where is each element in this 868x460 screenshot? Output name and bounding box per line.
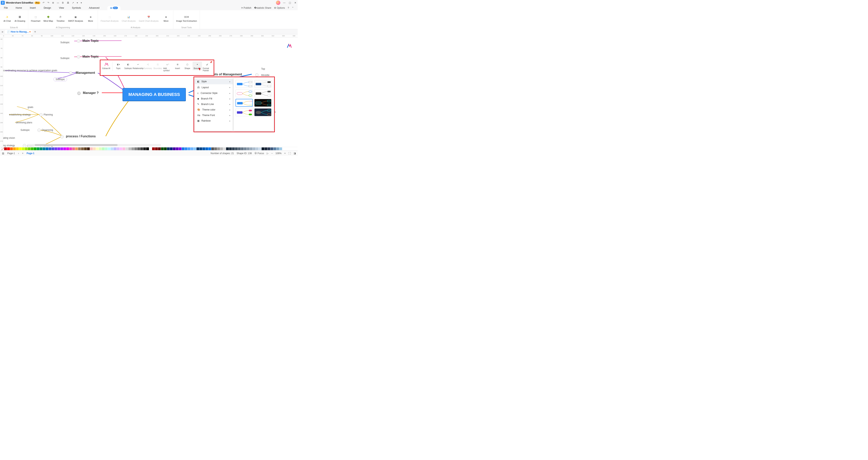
devplans-topic[interactable]: develoing plans [16, 121, 32, 124]
management-child[interactable]: Subtopic [54, 78, 67, 81]
menu-theme-font[interactable]: AaTheme Font▸ [195, 113, 233, 118]
style-thumb-7[interactable] [236, 108, 253, 116]
collapse-icon[interactable]: − [60, 135, 64, 138]
color-swatch[interactable] [214, 147, 217, 150]
style-thumb-5[interactable] [236, 99, 253, 107]
color-swatch[interactable] [78, 147, 81, 150]
menu-home[interactable]: Home [16, 6, 22, 9]
color-swatch[interactable] [123, 147, 125, 150]
planning-topic[interactable]: Planning [43, 113, 53, 116]
color-swatch[interactable] [253, 147, 255, 150]
user-avatar[interactable] [276, 1, 280, 5]
swot-button[interactable]: ▦SWOT Analysis [68, 14, 83, 22]
color-swatch[interactable] [149, 147, 152, 150]
play-button[interactable]: ▷ [267, 152, 269, 155]
color-swatch[interactable] [173, 147, 176, 150]
color-swatch[interactable] [235, 147, 238, 150]
color-swatch[interactable] [45, 147, 48, 150]
management-topic[interactable]: Management [76, 71, 95, 74]
color-swatch[interactable] [7, 147, 10, 150]
color-swatch[interactable] [128, 147, 131, 150]
undo-button[interactable]: ↶ [42, 1, 44, 4]
manager-topic[interactable]: Manager ? [83, 91, 99, 95]
style-thumb-3[interactable] [236, 89, 253, 97]
vision-topic[interactable]: ating vision [3, 136, 15, 139]
color-swatch[interactable] [81, 147, 84, 150]
export-button[interactable]: ↗ [72, 1, 74, 4]
ai-chat-button[interactable]: ✨AI Chat [3, 14, 11, 22]
no-color-swatch[interactable] [1, 147, 4, 150]
main-topic-1[interactable]: Main Topic [83, 39, 99, 42]
shape-button[interactable]: ▢Shape [183, 61, 192, 70]
focus-button[interactable]: ⦿ Focus [254, 152, 264, 155]
color-swatch[interactable] [55, 147, 57, 150]
color-swatch[interactable] [114, 147, 116, 150]
color-swatch[interactable] [229, 147, 232, 150]
color-swatch[interactable] [87, 147, 90, 150]
flowchart-analysis-button[interactable]: ⬚Flowchart Analysis [101, 14, 119, 22]
style-thumb-1[interactable] [236, 80, 253, 88]
options-button[interactable]: ⚙ Options [274, 6, 285, 9]
organizing-topic[interactable]: Organizing [42, 129, 53, 131]
print-button[interactable]: 🖶 [67, 1, 69, 4]
boundary-button[interactable]: ◰Boundary [153, 61, 162, 70]
color-swatch[interactable] [143, 147, 146, 150]
color-swatch[interactable] [158, 147, 161, 150]
prev-page-button[interactable]: ‹ [18, 152, 19, 155]
mindmap-button[interactable]: 🌳Mind Map [43, 14, 53, 22]
color-swatch[interactable] [176, 147, 179, 150]
organizing-sub[interactable]: Subtopic [21, 129, 30, 131]
page-tab[interactable]: Page-1 [27, 152, 34, 155]
color-swatch[interactable] [66, 147, 69, 150]
color-swatch[interactable] [250, 147, 252, 150]
color-swatch[interactable] [155, 147, 158, 150]
document-tab[interactable]: 📄 How to Manag... [5, 30, 33, 34]
color-swatch[interactable] [161, 147, 164, 150]
relationship-button[interactable]: ↩Relationship [133, 61, 143, 70]
middle-topic[interactable]: Minddle [261, 74, 270, 76]
color-swatch[interactable] [57, 147, 60, 150]
color-swatch[interactable] [134, 147, 137, 150]
color-swatch[interactable] [108, 147, 111, 150]
collapse-icon[interactable]: − [69, 71, 72, 74]
menu-layout[interactable]: 品Layout▸ [195, 84, 233, 90]
menu-branch-line[interactable]: ✎Branch Line▸ [195, 101, 233, 107]
color-swatch[interactable] [93, 147, 96, 150]
coord-topic[interactable]: coordinating resourse to achieve organiz… [3, 69, 57, 72]
color-swatch[interactable] [146, 147, 149, 150]
color-swatch[interactable] [72, 147, 75, 150]
qat-expand-2[interactable]: ▾ [81, 1, 82, 4]
menu-branch-fill[interactable]: ◆Branch Fill▸ [195, 96, 233, 101]
levels-topic[interactable]: vels of Management [212, 72, 242, 76]
expand-panel-button[interactable]: » [2, 30, 3, 34]
menu-advanced[interactable]: Advanced [89, 6, 99, 9]
color-swatch[interactable] [140, 147, 143, 150]
color-swatch[interactable] [131, 147, 134, 150]
menu-rainbow[interactable]: ▦Rainbow▸ [195, 118, 233, 124]
new-button[interactable]: ⊕ [52, 1, 54, 4]
menu-file[interactable]: File [4, 6, 8, 9]
color-swatch[interactable] [238, 147, 241, 150]
scrollbar-thumb[interactable] [35, 144, 118, 146]
color-swatch[interactable] [182, 147, 184, 150]
menu-design[interactable]: Design [43, 6, 51, 9]
color-swatch[interactable] [279, 147, 282, 150]
minimize-button[interactable]: — [283, 1, 286, 4]
help-button[interactable]: ? [288, 6, 289, 9]
color-swatch[interactable] [34, 147, 36, 150]
color-swatch[interactable] [276, 147, 279, 150]
color-swatch[interactable] [75, 147, 78, 150]
zoom-in-button[interactable]: + [284, 152, 286, 155]
ai-drawing-button[interactable]: 🖼AI Drawing [14, 14, 25, 22]
color-swatch[interactable] [137, 147, 140, 150]
color-swatch[interactable] [28, 147, 31, 150]
subtopic-button[interactable]: ◧Subtopic [123, 61, 133, 70]
color-swatch[interactable] [220, 147, 223, 150]
color-swatch[interactable] [111, 147, 114, 150]
qat-expand-1[interactable]: ▾ [77, 1, 78, 4]
color-swatch[interactable] [63, 147, 66, 150]
add-page-button[interactable]: + [22, 152, 24, 155]
subtopic-2[interactable]: Subtopic [60, 57, 70, 60]
horizontal-scrollbar[interactable] [27, 144, 161, 146]
style-thumb-6[interactable] [254, 99, 272, 107]
